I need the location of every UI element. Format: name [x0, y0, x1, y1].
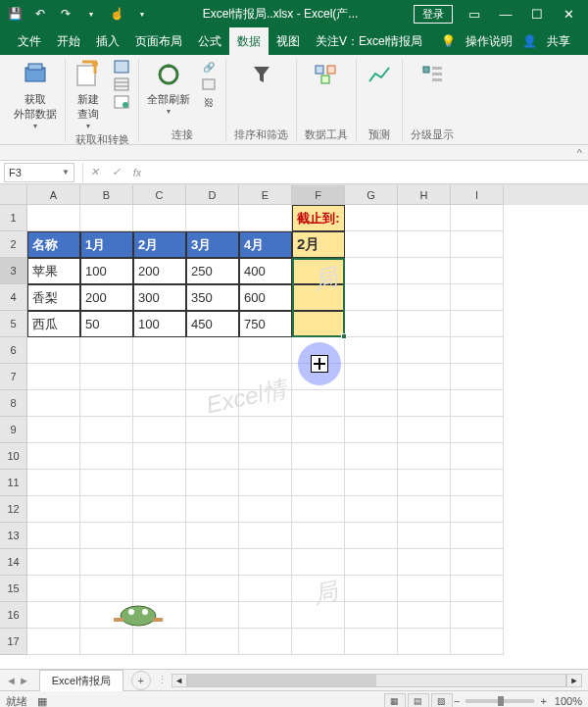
cell[interactable] [292, 390, 345, 417]
col-header[interactable]: F [292, 185, 345, 205]
tab-nav-next-icon[interactable]: ► [19, 675, 29, 686]
normal-view-icon[interactable]: ▦ [384, 693, 406, 707]
cell[interactable] [292, 523, 345, 549]
recent-sources-icon[interactable] [113, 94, 130, 110]
cell[interactable] [239, 523, 292, 549]
cell[interactable] [133, 549, 186, 576]
cell[interactable]: 苹果 [27, 258, 80, 284]
undo-icon[interactable]: ↶ [29, 3, 51, 25]
cell[interactable]: 450 [186, 311, 239, 337]
tab-home[interactable]: 开始 [49, 27, 88, 55]
cell[interactable]: 200 [80, 284, 133, 311]
zoom-out-icon[interactable]: − [454, 695, 460, 707]
cell[interactable] [186, 417, 239, 443]
cell[interactable] [292, 284, 345, 311]
cell[interactable]: 3月 [186, 231, 239, 258]
page-break-view-icon[interactable]: ▧ [431, 693, 453, 707]
cell[interactable]: 西瓜 [27, 311, 80, 337]
scroll-thumb[interactable] [188, 675, 377, 686]
cell[interactable] [186, 629, 239, 655]
cell[interactable] [186, 576, 239, 602]
forecast-button[interactable] [365, 59, 394, 92]
cell[interactable]: 400 [239, 258, 292, 284]
cell[interactable] [345, 629, 398, 655]
horizontal-scrollbar[interactable]: ⋮ ◄ ► [157, 674, 582, 687]
cell[interactable] [239, 443, 292, 470]
cell[interactable] [451, 231, 504, 258]
sheet-tab[interactable]: Excel情报局 [39, 670, 123, 691]
cell[interactable] [27, 576, 80, 602]
row-header[interactable]: 10 [0, 443, 27, 470]
new-query-button[interactable]: 新建 查询 ▾ [74, 59, 103, 130]
cell[interactable] [239, 470, 292, 496]
row-header[interactable]: 12 [0, 496, 27, 523]
from-table-icon[interactable] [113, 76, 130, 92]
cell[interactable] [80, 417, 133, 443]
connections-icon[interactable]: 🔗 [200, 59, 218, 75]
row-header[interactable]: 11 [0, 470, 27, 496]
col-header[interactable]: H [398, 185, 451, 205]
cell[interactable] [398, 470, 451, 496]
cell[interactable] [292, 258, 345, 284]
cell[interactable] [80, 364, 133, 390]
refresh-all-button[interactable]: 全部刷新 ▾ [147, 59, 190, 116]
cell[interactable] [345, 549, 398, 576]
cell[interactable] [27, 205, 80, 231]
cell[interactable] [345, 337, 398, 364]
cell[interactable] [133, 417, 186, 443]
cell[interactable] [133, 390, 186, 417]
cell[interactable] [398, 258, 451, 284]
cell[interactable] [398, 205, 451, 231]
tab-data[interactable]: 数据 [229, 27, 269, 55]
cell[interactable] [398, 311, 451, 337]
cell[interactable]: 350 [186, 284, 239, 311]
tab-insert[interactable]: 插入 [88, 27, 127, 55]
cell[interactable] [451, 549, 504, 576]
tab-file[interactable]: 文件 [10, 27, 49, 55]
cell[interactable] [27, 364, 80, 390]
cell[interactable] [398, 364, 451, 390]
save-icon[interactable]: 💾 [4, 3, 25, 25]
col-header[interactable]: G [345, 185, 398, 205]
cell[interactable]: 4月 [239, 231, 292, 258]
cell[interactable] [292, 496, 345, 523]
cell[interactable] [345, 258, 398, 284]
cell[interactable] [239, 364, 292, 390]
cell[interactable]: 2月 [133, 231, 186, 258]
cell[interactable] [239, 417, 292, 443]
cell[interactable] [27, 390, 80, 417]
cell[interactable] [451, 390, 504, 417]
cell[interactable] [345, 602, 398, 629]
cell[interactable] [80, 523, 133, 549]
maximize-icon[interactable]: ☐ [521, 0, 553, 27]
chevron-down-icon[interactable]: ▼ [62, 168, 70, 177]
cell[interactable] [133, 496, 186, 523]
row-header[interactable]: 17 [0, 629, 27, 655]
cell[interactable] [451, 284, 504, 311]
name-box[interactable]: F3 ▼ [4, 163, 74, 182]
row-header[interactable]: 15 [0, 576, 27, 602]
cell[interactable]: 1月 [80, 231, 133, 258]
tab-view[interactable]: 视图 [269, 27, 308, 55]
cell[interactable] [186, 364, 239, 390]
cell[interactable] [292, 549, 345, 576]
cell[interactable] [345, 417, 398, 443]
cell[interactable] [345, 576, 398, 602]
qat-dropdown-icon[interactable]: ▾ [131, 3, 153, 25]
zoom-in-icon[interactable]: + [540, 695, 546, 707]
cell[interactable] [239, 576, 292, 602]
cell[interactable] [398, 549, 451, 576]
row-header[interactable]: 6 [0, 337, 27, 364]
cell[interactable] [292, 443, 345, 470]
cell[interactable] [133, 337, 186, 364]
cell[interactable] [27, 602, 80, 629]
cell[interactable] [398, 417, 451, 443]
cell[interactable] [345, 284, 398, 311]
cell[interactable] [27, 337, 80, 364]
cell[interactable] [133, 629, 186, 655]
col-header[interactable]: D [186, 185, 239, 205]
cell[interactable] [27, 496, 80, 523]
cell[interactable] [80, 443, 133, 470]
cell[interactable] [27, 629, 80, 655]
cell[interactable] [239, 602, 292, 629]
